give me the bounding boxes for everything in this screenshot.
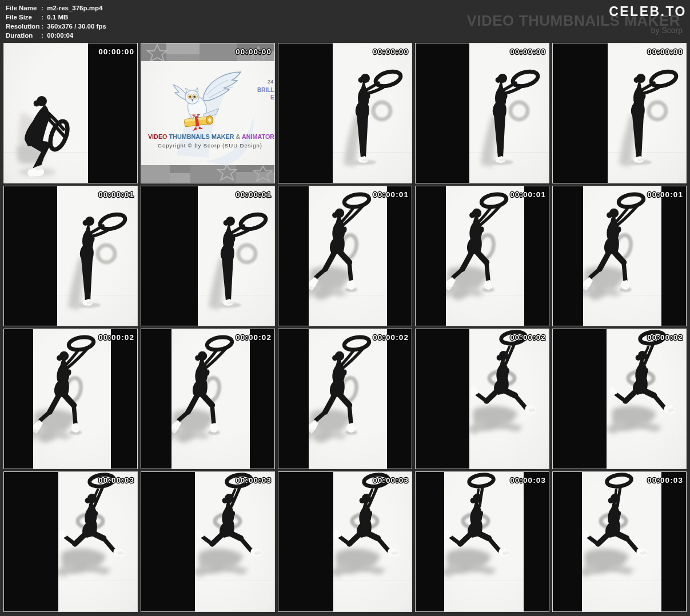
svg-text:00:00:00: 00:00:00 [236,47,272,56]
svg-text:00:00:02: 00:00:02 [98,333,134,342]
svg-text:00:00:01: 00:00:01 [236,190,272,199]
svg-text:00:00:03: 00:00:03 [373,476,409,485]
svg-text:24: 24 [268,79,273,85]
svg-text:00:00:02: 00:00:02 [236,333,272,342]
svg-text:00:00:01: 00:00:01 [647,190,683,199]
svg-text:00:00:00: 00:00:00 [647,47,683,56]
svg-text:00:00:01: 00:00:01 [98,190,134,199]
svg-text:00:00:03: 00:00:03 [98,476,134,485]
svg-text:00:00:00: 00:00:00 [510,47,546,56]
svg-text:EDI: EDI [270,94,274,101]
svg-text:00:00:01: 00:00:01 [373,190,409,199]
svg-text:00:00:03: 00:00:03 [236,476,272,485]
svg-text:00:00:00: 00:00:00 [373,47,409,56]
svg-text:00:00:01: 00:00:01 [510,190,546,199]
svg-text:00:00:02: 00:00:02 [373,333,409,342]
svg-text:00:00:02: 00:00:02 [647,333,683,342]
svg-text:00:00:03: 00:00:03 [647,476,683,485]
svg-text:00:00:02: 00:00:02 [510,333,546,342]
svg-text:00:00:03: 00:00:03 [510,476,546,485]
svg-text:00:00:00: 00:00:00 [98,47,134,56]
svg-text:BRILLI: BRILLI [257,87,274,93]
